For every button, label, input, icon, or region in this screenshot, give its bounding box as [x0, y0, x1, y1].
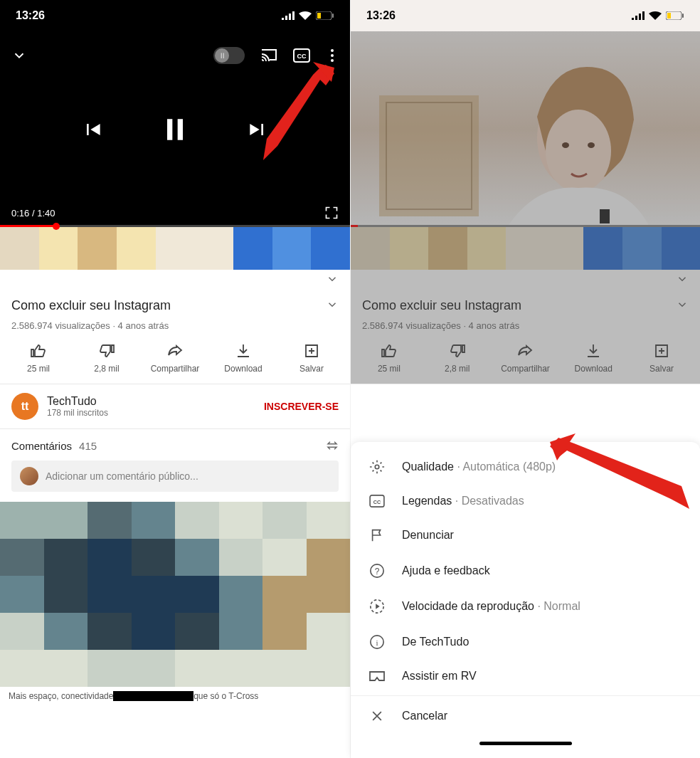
video-stats: 2.586.974 visualizações4 anos atrás [0, 320, 350, 339]
download-button[interactable]: Download [218, 342, 268, 374]
ad-caption: Mais espaço, conectividade, potência e o… [0, 687, 350, 705]
home-indicator [479, 742, 572, 745]
sheet-cancel[interactable]: Cancelar [351, 699, 700, 733]
gear-icon [368, 459, 386, 475]
flag-icon [368, 527, 386, 543]
more-vert-icon[interactable] [326, 48, 339, 63]
svg-rect-18 [600, 209, 610, 223]
svg-point-6 [331, 54, 334, 57]
pixelated-banner [0, 227, 350, 270]
help-icon: ? [368, 563, 386, 579]
status-time: 13:26 [366, 9, 396, 22]
sheet-report[interactable]: Denunciar [351, 517, 700, 553]
dislike-button[interactable]: 2,8 mil [82, 342, 132, 374]
video-meta[interactable]: Como excluir seu Instagram [351, 288, 700, 320]
download-button[interactable]: Download [568, 342, 618, 374]
battery-icon [316, 11, 334, 20]
speed-icon [368, 599, 386, 614]
expand-chevron-icon[interactable] [326, 273, 339, 285]
thumb-up-icon [30, 342, 47, 359]
subscribe-button[interactable]: INSCREVER-SE [264, 401, 339, 412]
progress-bar[interactable] [0, 225, 350, 227]
svg-point-5 [331, 49, 334, 52]
svg-point-19 [375, 465, 379, 469]
channel-subs: 178 mil inscritos [47, 408, 108, 418]
svg-point-15 [546, 110, 611, 192]
svg-rect-2 [332, 14, 334, 18]
chevron-down-icon[interactable] [11, 48, 27, 63]
video-stats: 2.586.974 visualizações4 anos atrás [351, 320, 700, 339]
comments-label: Comentários [11, 440, 72, 452]
svg-text:CC: CC [297, 53, 307, 60]
wifi-icon [299, 11, 312, 20]
pixelated-thumbnail[interactable] [0, 502, 350, 687]
wifi-icon [649, 11, 662, 20]
expand-chevron-icon[interactable] [676, 273, 689, 285]
expand-comments-icon[interactable] [326, 439, 339, 452]
video-player[interactable]: ⏸ CC 0:16 / 1:40 [0, 31, 350, 227]
cellular-icon [282, 11, 295, 20]
comments-count: 415 [79, 440, 97, 452]
next-icon[interactable] [246, 118, 269, 141]
channel-row[interactable]: tt TechTudo 178 mil inscritos INSCREVER-… [0, 384, 350, 429]
sheet-from[interactable]: i De TechTudo [351, 624, 700, 660]
video-title: Como excluir seu Instagram [11, 298, 171, 313]
save-icon [303, 342, 320, 359]
autoplay-toggle[interactable]: ⏸ [213, 47, 245, 64]
meta-chevron-icon[interactable] [326, 298, 339, 311]
cc-icon: CC [368, 495, 386, 507]
svg-point-17 [588, 142, 595, 148]
video-meta[interactable]: Como excluir seu Instagram [0, 288, 350, 320]
svg-text:?: ? [375, 567, 380, 577]
comment-placeholder: Adicionar um comentário público... [46, 470, 198, 482]
pause-icon[interactable] [159, 114, 191, 145]
sheet-quality[interactable]: Qualidade · Automática (480p) [351, 449, 700, 485]
svg-point-16 [562, 142, 569, 148]
cellular-icon [632, 11, 645, 20]
options-sheet: Qualidade · Automática (480p) CC Legenda… [351, 442, 700, 758]
share-button[interactable]: Compartilhar [150, 342, 200, 374]
thumb-down-icon [98, 342, 115, 359]
like-button[interactable]: 25 mil [364, 342, 414, 374]
info-icon: i [368, 634, 386, 650]
channel-name: TechTudo [47, 395, 108, 408]
vr-icon [368, 670, 386, 682]
time-display: 0:16 / 1:40 [11, 208, 55, 219]
fullscreen-icon[interactable] [324, 206, 339, 220]
sheet-captions[interactable]: CC Legendas · Desativadas [351, 485, 700, 517]
status-icons [632, 11, 684, 20]
status-bar: 13:26 [351, 0, 700, 31]
sheet-speed[interactable]: Velocidade da reprodução · Normal [351, 589, 700, 624]
save-button[interactable]: Salvar [637, 342, 686, 374]
download-icon [235, 342, 252, 359]
video-title: Como excluir seu Instagram [362, 298, 521, 313]
svg-rect-10 [682, 14, 684, 18]
channel-avatar: tt [11, 393, 38, 420]
svg-rect-1 [317, 13, 321, 19]
like-button[interactable]: 25 mil [14, 342, 63, 374]
comments-header[interactable]: Comentários 415 [0, 429, 350, 458]
cc-icon[interactable]: CC [293, 48, 310, 63]
status-icons [282, 11, 334, 20]
phone-left: 13:26 ⏸ CC 0:16 / 1:40 [0, 0, 350, 758]
share-icon [166, 342, 184, 359]
cast-icon[interactable] [260, 48, 277, 63]
meta-chevron-icon[interactable] [676, 298, 689, 311]
previous-icon[interactable] [81, 118, 104, 141]
battery-icon [666, 11, 684, 20]
action-row: 25 mil 2,8 mil Compartilhar Download Sal… [0, 339, 350, 384]
share-button[interactable]: Compartilhar [500, 342, 550, 374]
video-thumbnail[interactable]: Sugerido: Instagram: como saber quem nã … [351, 31, 700, 227]
comment-input[interactable]: Adicionar um comentário público... [11, 460, 339, 492]
svg-text:i: i [376, 638, 378, 647]
dislike-button[interactable]: 2,8 mil [433, 342, 482, 374]
phone-right: 13:26 Sugerido: Instagram: como saber qu… [350, 0, 700, 758]
save-button[interactable]: Salvar [287, 342, 336, 374]
svg-point-7 [331, 59, 334, 62]
svg-rect-9 [667, 13, 671, 19]
svg-text:CC: CC [373, 499, 381, 505]
close-icon [368, 709, 386, 723]
sheet-help[interactable]: ? Ajuda e feedback [351, 553, 700, 589]
status-time: 13:26 [16, 9, 45, 22]
sheet-vr[interactable]: Assistir em RV [351, 660, 700, 693]
